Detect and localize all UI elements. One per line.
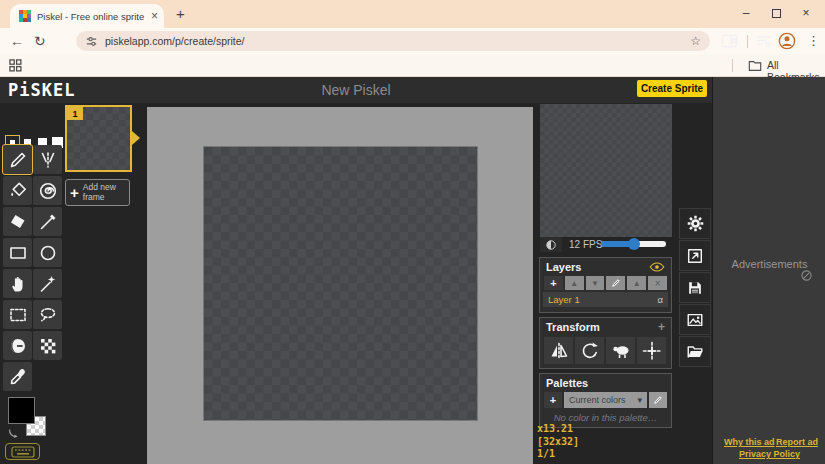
tool-lasso-selection[interactable] xyxy=(33,300,62,329)
flip-tool-button[interactable] xyxy=(544,337,573,364)
tool-stroke[interactable] xyxy=(33,207,62,236)
tab-strip: Piskel - Free online sprite editor × + –… xyxy=(0,0,825,28)
profile-avatar-icon[interactable] xyxy=(778,32,796,50)
keyboard-icon xyxy=(11,446,35,458)
tool-circle[interactable] xyxy=(33,238,62,267)
add-frame-label: Add new frame xyxy=(83,183,125,203)
edit-palette-button[interactable] xyxy=(649,392,667,408)
browser-menu-icon[interactable]: ⋮ xyxy=(807,33,820,48)
toolbar-divider xyxy=(747,35,748,48)
ad-choices-icon[interactable] xyxy=(801,270,812,281)
export-drawer-button[interactable] xyxy=(679,304,711,335)
browser-toolbar: ← ↻ piskelapp.com/p/create/sprite/ ☆ xyxy=(0,28,825,54)
center-tool-button[interactable] xyxy=(637,337,666,364)
address-bar[interactable]: piskelapp.com/p/create/sprite/ ☆ xyxy=(76,31,710,51)
bookmark-star-icon[interactable]: ☆ xyxy=(690,34,701,48)
piskel-favicon-icon xyxy=(19,10,31,22)
paint-all-icon xyxy=(38,181,58,201)
palette-select-dropdown[interactable]: Current colors ▾ xyxy=(564,392,647,408)
window-close-button[interactable]: × xyxy=(791,0,821,26)
sprite-title[interactable]: New Piskel xyxy=(0,82,712,98)
save-drawer-button[interactable] xyxy=(679,272,711,303)
sidebar-search-icon[interactable] xyxy=(721,33,738,49)
window-minimize-button[interactable]: – xyxy=(731,0,761,26)
resize-icon xyxy=(686,247,704,265)
tool-paint-all-pixels[interactable] xyxy=(33,176,62,205)
palette-selected-option: Current colors xyxy=(569,395,626,405)
flip-icon xyxy=(549,341,569,361)
advertisements-label: Advertisements xyxy=(713,258,825,270)
tool-rectangle[interactable] xyxy=(3,238,32,267)
layer-name: Layer 1 xyxy=(548,294,580,305)
tool-colorpicker[interactable] xyxy=(3,362,32,391)
layers-panel: Layers + ▲ ▼ ▲ × Layer 1 α xyxy=(539,257,672,313)
url-text[interactable]: piskelapp.com/p/create/sprite/ xyxy=(105,35,244,47)
drawing-canvas-area[interactable] xyxy=(147,107,533,464)
eraser-icon xyxy=(8,212,28,232)
tool-paint-bucket[interactable] xyxy=(3,176,32,205)
add-new-frame-button[interactable]: + Add new frame xyxy=(65,179,130,206)
window-maximize-button[interactable] xyxy=(761,0,791,26)
why-this-ad-link[interactable]: Why this ad xyxy=(724,437,775,447)
layer-item[interactable]: Layer 1 α xyxy=(543,292,668,307)
back-icon[interactable]: ← xyxy=(10,33,24,49)
create-sprite-button[interactable]: Create Sprite xyxy=(637,80,707,97)
edit-pen-icon xyxy=(653,395,663,405)
new-tab-button[interactable]: + xyxy=(176,5,185,22)
merge-layer-button[interactable]: ▲ xyxy=(627,276,646,290)
bookmarks-bar: All Bookmarks xyxy=(0,54,825,77)
fps-slider-thumb[interactable] xyxy=(628,238,640,250)
tool-lighten[interactable] xyxy=(3,331,32,360)
animation-preview xyxy=(540,104,672,237)
tool-dithering[interactable] xyxy=(33,331,62,360)
gear-icon xyxy=(686,214,705,233)
all-bookmarks-folder-icon[interactable] xyxy=(748,59,762,72)
move-layer-down-button[interactable]: ▼ xyxy=(586,276,605,290)
tool-shape-selection[interactable] xyxy=(33,269,62,298)
sprite-canvas[interactable] xyxy=(204,147,477,420)
privacy-policy-link[interactable]: Privacy Policy xyxy=(739,449,800,459)
tab-close-icon[interactable]: × xyxy=(151,9,158,23)
tool-move[interactable] xyxy=(3,269,32,298)
reload-icon[interactable]: ↻ xyxy=(34,33,46,49)
rename-layer-button[interactable] xyxy=(606,276,625,290)
import-drawer-button[interactable] xyxy=(679,336,711,367)
browser-window: Piskel - Free online sprite editor × + –… xyxy=(0,0,825,464)
keyboard-shortcuts-button[interactable] xyxy=(5,443,40,460)
resize-drawer-button[interactable] xyxy=(679,240,711,271)
folder-import-icon xyxy=(686,343,704,361)
transform-expand-button[interactable]: + xyxy=(658,320,665,334)
swap-colors-icon[interactable] xyxy=(7,428,19,440)
report-ad-link[interactable]: Report ad xyxy=(776,437,818,447)
tool-eraser[interactable] xyxy=(3,207,32,236)
stroke-icon xyxy=(38,212,58,232)
tab-title: Piskel - Free online sprite editor xyxy=(37,11,145,22)
fps-label: 12 FPS xyxy=(569,239,602,250)
browser-tab[interactable]: Piskel - Free online sprite editor × xyxy=(10,4,164,28)
create-palette-button[interactable]: + xyxy=(544,392,562,408)
reading-list-icon[interactable] xyxy=(756,33,772,49)
tool-rectangle-selection[interactable] xyxy=(3,300,32,329)
window-controls: – × xyxy=(731,0,821,26)
rotate-tool-button[interactable] xyxy=(575,337,604,364)
frame-thumbnail-1[interactable]: 1 xyxy=(65,105,132,172)
layers-title: Layers xyxy=(546,261,581,273)
piskel-header: PiSKEL New Piskel Create Sprite xyxy=(0,77,712,103)
add-layer-button[interactable]: + xyxy=(544,276,563,290)
settings-drawer-button[interactable] xyxy=(679,208,711,239)
magic-wand-icon xyxy=(38,274,58,294)
tool-pen[interactable] xyxy=(3,145,32,174)
layer-alpha-toggle[interactable]: α xyxy=(658,294,664,305)
primary-color-swatch[interactable] xyxy=(8,397,35,424)
sprite-size-indicator: [32x32] xyxy=(537,436,579,447)
apps-grid-icon[interactable] xyxy=(9,59,22,72)
fps-slider[interactable] xyxy=(601,241,666,247)
tool-vertical-mirror-pen[interactable] xyxy=(33,145,62,174)
move-layer-up-button[interactable]: ▲ xyxy=(565,276,584,290)
lighten-icon xyxy=(8,336,28,356)
site-settings-icon[interactable] xyxy=(85,35,98,48)
delete-layer-button[interactable]: × xyxy=(648,276,667,290)
onion-skin-button[interactable] xyxy=(540,237,562,252)
clone-tool-button[interactable] xyxy=(606,337,635,364)
layers-visibility-eye-icon[interactable] xyxy=(649,262,665,272)
